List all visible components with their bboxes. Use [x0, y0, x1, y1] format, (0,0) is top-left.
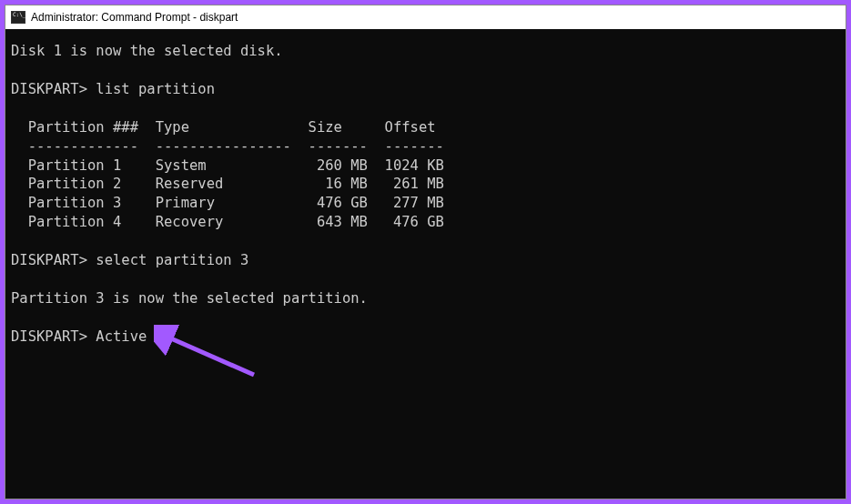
window-title: Administrator: Command Prompt - diskpart: [31, 11, 238, 24]
command-text: list partition: [96, 81, 215, 97]
table-divider: ------------- ---------------- ------- -…: [11, 138, 444, 155]
output-line: Disk 1 is now the selected disk.: [11, 43, 283, 59]
table-row: Partition 1 System 260 MB 1024 KB: [11, 157, 444, 174]
titlebar[interactable]: Administrator: Command Prompt - diskpart: [5, 5, 846, 29]
table-row: Partition 2 Reserved 16 MB 261 MB: [11, 176, 444, 192]
prompt-text: DISKPART>: [11, 328, 87, 345]
prompt-text: DISKPART>: [11, 81, 87, 97]
command-text: Active: [96, 328, 147, 345]
annotation-arrow-icon: [154, 325, 263, 379]
table-row: Partition 4 Recovery 643 MB 476 GB: [11, 214, 444, 230]
command-text: select partition 3: [96, 252, 248, 268]
table-header: Partition ### Type Size Offset: [11, 119, 436, 136]
table-row: Partition 3 Primary 476 GB 277 MB: [11, 195, 444, 211]
prompt-text: DISKPART>: [11, 252, 87, 268]
output-line: Partition 3 is now the selected partitio…: [11, 290, 368, 307]
terminal-output[interactable]: Disk 1 is now the selected disk. DISKPAR…: [5, 29, 846, 499]
svg-line-1: [165, 336, 254, 375]
command-prompt-window: Administrator: Command Prompt - diskpart…: [5, 5, 846, 499]
cmd-icon: [11, 11, 25, 24]
